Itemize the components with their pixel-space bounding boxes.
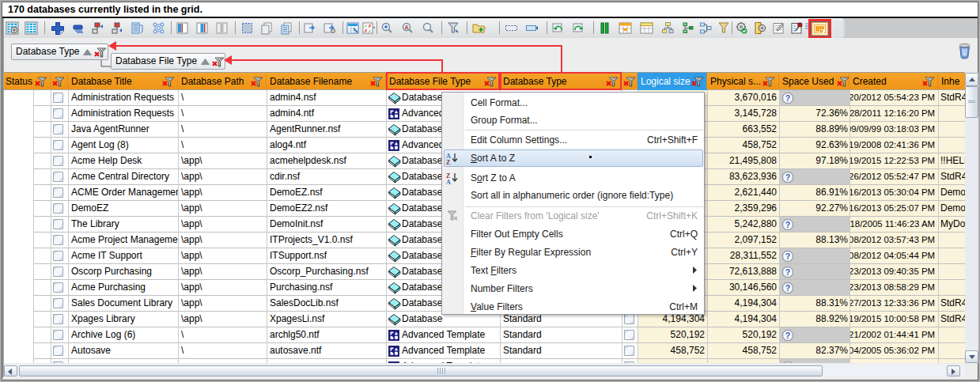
- svg-text:?: ?: [785, 267, 790, 277]
- svg-text:?: ?: [785, 220, 790, 229]
- svg-text:A: A: [446, 178, 451, 184]
- svg-text:?: ?: [785, 172, 790, 182]
- svg-text:✓: ✓: [368, 28, 372, 33]
- svg-text:Z: Z: [446, 159, 450, 165]
- svg-text:?: ?: [785, 93, 790, 103]
- svg-text:?: ?: [785, 362, 790, 364]
- svg-text:?: ?: [785, 331, 790, 340]
- svg-text:?: ?: [785, 252, 790, 261]
- svg-text:?: ?: [785, 283, 790, 293]
- svg-text:A: A: [405, 25, 409, 30]
